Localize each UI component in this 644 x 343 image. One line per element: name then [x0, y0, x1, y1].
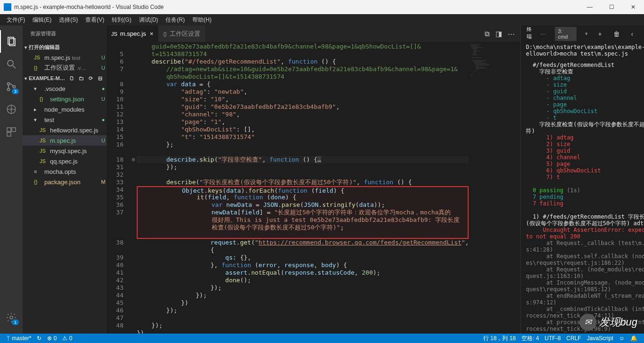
search-icon[interactable]: [0, 53, 23, 75]
open-editors-header[interactable]: ▾ 打开的编辑器: [23, 42, 107, 52]
editor-tab[interactable]: {}工作区设置: [158, 25, 205, 42]
debug-icon[interactable]: [0, 98, 23, 121]
code-line[interactable]: }, function (error, response, body) {: [137, 261, 469, 269]
menu-item[interactable]: 任务(R): [162, 15, 189, 25]
code-line[interactable]: "channel": "98",: [137, 111, 469, 118]
new-terminal-icon[interactable]: +: [596, 30, 603, 38]
sb-linecol[interactable]: 行 18，列 18: [480, 335, 519, 343]
fold-icon[interactable]: ⊞: [130, 156, 137, 163]
prev-terminal-icon[interactable]: ‹: [630, 30, 635, 38]
editor-body[interactable]: 5678910111213141516183132333435363738394…: [107, 42, 520, 334]
code-line[interactable]: done();: [137, 277, 469, 284]
menu-item[interactable]: 文件(F): [3, 15, 29, 25]
file-item[interactable]: JShelloworld.spec.js: [23, 125, 107, 135]
code-line[interactable]: var data = {: [137, 81, 469, 88]
code-line[interactable]: };: [137, 141, 469, 148]
code-line[interactable]: Object.keys(data).forEach(function (fiel…: [137, 186, 469, 194]
code-line[interactable]: [137, 314, 469, 322]
code-line[interactable]: [137, 171, 469, 179]
file-item[interactable]: {}package.jsonM: [23, 177, 107, 187]
folder-item[interactable]: ▸node_modules: [23, 104, 107, 114]
code-line[interactable]: "adtag": "newtab",: [137, 88, 469, 96]
code-line[interactable]: describe("字段长度检查(假设每个字段参数长度不超过50个字符)", f…: [137, 179, 469, 186]
code-line[interactable]: newData[field] = "长度超过50个字符的字符串：欢迎各位学习mo…: [137, 209, 469, 216]
terminal-select[interactable]: 3: cmd: [555, 27, 577, 41]
code-line[interactable]: describe.skip("字段非空检查", function () {…: [137, 156, 469, 163]
refresh-icon[interactable]: ⟳: [87, 74, 94, 82]
extensions-icon[interactable]: [0, 121, 23, 143]
terminal-more[interactable]: ···: [540, 31, 546, 37]
file-item[interactable]: JSqq.spec.js: [23, 156, 107, 166]
sb-warnings[interactable]: ⚠ 0: [59, 335, 75, 342]
menu-item[interactable]: 编辑(E): [29, 15, 55, 25]
workspace-header[interactable]: ▾ EXAMPLE-MOCHA-HELLOWO… 🗋 🗀 ⟳ ⊟: [23, 73, 107, 83]
code-line[interactable]: 很好用。This is just a test 0e5b2e73aabfedbb…: [137, 216, 469, 224]
code-line[interactable]: "guid": "0e5b2e73aabfedbbf2a21e83cb4bafb…: [137, 103, 469, 111]
code-line[interactable]: });: [137, 322, 469, 329]
code-line[interactable]: describe("#/feeds/getRecommendList", fun…: [137, 58, 469, 65]
menu-item[interactable]: 帮助(H): [189, 15, 215, 25]
terminal-tab[interactable]: 终端: [527, 26, 532, 42]
close-icon[interactable]: ×: [150, 30, 154, 37]
file-item[interactable]: JSm.spec.jsU: [23, 135, 107, 146]
sb-encoding[interactable]: UTF-8: [542, 335, 563, 342]
sb-notifications[interactable]: 🔔: [627, 335, 640, 342]
code-line[interactable]: }): [137, 299, 469, 307]
code-line[interactable]: qbShowDocList=[]&t=1514388731574: [137, 73, 469, 81]
code-content[interactable]: guid=0e5b2e73aabfedbbf2a21e83cb4bafb9&ch…: [137, 42, 469, 334]
file-item[interactable]: {}settings.jsonU: [23, 94, 107, 104]
gear-icon[interactable]: 1: [0, 306, 23, 329]
maximize-button[interactable]: ☐: [601, 0, 622, 14]
sb-spaces[interactable]: 空格: 4: [519, 335, 542, 343]
sb-feedback[interactable]: ☺: [616, 335, 627, 342]
code-line[interactable]: qs: {},: [137, 254, 469, 261]
code-line[interactable]: "size": "10",: [137, 96, 469, 103]
code-line[interactable]: "qbShowDocList": [],: [137, 126, 469, 133]
editor-tab[interactable]: JSm.spec.js×: [107, 25, 158, 42]
sb-lang[interactable]: JavaScript: [584, 335, 616, 342]
code-line[interactable]: "page": "1",: [137, 118, 469, 126]
sb-errors[interactable]: ⊗ 0: [44, 335, 59, 342]
code-line[interactable]: "t": "1514388731574": [137, 133, 469, 141]
code-line[interactable]: });: [137, 284, 469, 292]
open-editor-item[interactable]: {}工作区设置 .v…U: [23, 63, 107, 73]
code-line[interactable]: assert.notEqual(response.statusCode, 200…: [137, 269, 469, 277]
menu-item[interactable]: 转到(G): [108, 15, 135, 25]
code-line[interactable]: [137, 148, 469, 156]
close-button[interactable]: ✕: [622, 0, 644, 14]
scm-icon[interactable]: 3: [0, 75, 23, 98]
code-line[interactable]: });: [137, 163, 469, 171]
terminal-body[interactable]: D:\mocha\nstarter\examples\example-mocha…: [521, 42, 644, 334]
code-line[interactable]: //adtag=newtab&size=10&guid=0e5b2e73aabf…: [137, 65, 469, 73]
folder-item[interactable]: ▾.vscode●: [23, 83, 107, 94]
menu-item[interactable]: 查看(V): [82, 15, 108, 25]
explorer-icon[interactable]: [0, 30, 23, 53]
code-line[interactable]: request.get("https://recommend.browser.q…: [137, 239, 469, 246]
open-editor-item[interactable]: JSm.spec.js testU: [23, 52, 107, 63]
code-line[interactable]: [137, 231, 469, 239]
split-icon[interactable]: ◨: [495, 30, 502, 38]
menu-item[interactable]: 调试(D): [135, 15, 162, 25]
minimap[interactable]: ▬▬▬▬▬▬▬▬▬▬▬▬▬▬▬▬▬▬▬▬▬▬▬▬▬▬▬▬▬▬▬▬▬▬▬▬▬▬▬▬…: [469, 42, 520, 334]
code-line[interactable]: guid=0e5b2e73aabfedbbf2a21e83cb4bafb9&ch…: [137, 43, 469, 50]
code-line[interactable]: }): [137, 329, 469, 334]
sb-eol[interactable]: CRLF: [563, 335, 584, 342]
menu-item[interactable]: 选择(S): [55, 15, 82, 25]
compare-icon[interactable]: ⧉: [485, 30, 490, 38]
new-file-icon[interactable]: 🗋: [68, 74, 75, 82]
code-line[interactable]: var newData = JSON.parse(JSON.stringify(…: [137, 201, 469, 209]
more-icon[interactable]: ⋯: [508, 30, 515, 38]
code-line[interactable]: it(field, function (done) {: [137, 194, 469, 201]
file-item[interactable]: ≡mocha.opts: [23, 166, 107, 177]
collapse-icon[interactable]: ⊟: [96, 74, 104, 82]
new-folder-icon[interactable]: 🗀: [77, 74, 85, 82]
code-line[interactable]: t=1514388731574: [137, 50, 469, 58]
code-line[interactable]: });: [137, 307, 469, 314]
folder-item[interactable]: ▾test●: [23, 114, 107, 125]
sb-sync[interactable]: ↻: [34, 335, 44, 342]
code-line[interactable]: {: [137, 246, 469, 254]
sb-branch[interactable]: ᛘ master*: [4, 335, 34, 342]
code-line[interactable]: 检查(假设每个字段参数长度不超过50个字符)";: [137, 224, 469, 231]
file-item[interactable]: JSmysql.spec.js: [23, 146, 107, 156]
kill-terminal-icon[interactable]: 🗑: [612, 30, 621, 38]
